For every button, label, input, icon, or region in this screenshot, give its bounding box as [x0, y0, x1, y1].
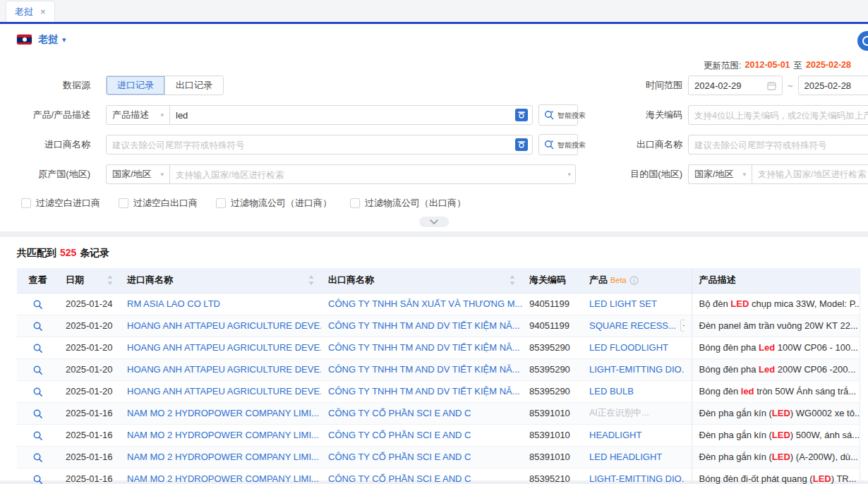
exporter-link[interactable]: CÔNG TY CỔ PHẦN SCI E AND C	[328, 408, 471, 418]
column-header-5: 产品Beta	[582, 268, 692, 293]
table-row: 2025-01-20HOANG ANH ATTAPEU AGRICULTURE …	[17, 358, 860, 380]
view-magnifier-icon[interactable]	[32, 365, 43, 375]
beta-badge: Beta	[610, 276, 627, 284]
product-link[interactable]: HEADLIGHT	[589, 430, 641, 440]
view-magnifier-icon[interactable]	[32, 409, 43, 419]
column-label: 出口商名称	[328, 274, 374, 286]
date-to-input[interactable]: 2025-02-28	[798, 75, 868, 95]
tab-close-icon[interactable]: ×	[40, 7, 46, 16]
exporter-link[interactable]: CÔNG TY CỔ PHẦN SCI E AND C	[328, 452, 471, 462]
cell-hs-code: 85391010	[522, 424, 582, 446]
column-header-0: 查看	[17, 268, 59, 293]
product-more-badge[interactable]: + 1	[680, 320, 685, 332]
origin-country-select[interactable]: 国家/地区 ▾	[107, 165, 170, 183]
destination-country-select[interactable]: 国家/地区 ▾	[688, 164, 752, 184]
column-header-3[interactable]: 出口商名称	[321, 268, 522, 293]
tab-bar: 老挝 ×	[0, 0, 868, 24]
exporter-link[interactable]: CÔNG TY TNHH TM AND DV TIẾT KIỆM NĂ...	[328, 364, 520, 375]
importer-link[interactable]: NAM MO 2 HYDROPOWER COMPANY LIMI...	[127, 452, 319, 462]
exporter-link[interactable]: CÔNG TY TNHH TM AND DV TIẾT KIỆM NĂ...	[328, 342, 520, 353]
product-link[interactable]: SQUARE RECESS...	[589, 320, 676, 331]
exporter-name-input[interactable]	[694, 140, 868, 150]
product-link[interactable]: LED HEADLIGHT	[589, 452, 662, 462]
product-link[interactable]: LED LIGHT SET	[589, 298, 657, 309]
checkbox-icon[interactable]	[119, 198, 128, 208]
table-body: 2025-01-24RM ASIA LAO CO LTDCÔNG TY TNHH…	[17, 293, 860, 484]
hs-code-input[interactable]	[694, 110, 868, 121]
importer-link[interactable]: HOANG ANH ATTAPEU AGRICULTURE DEVE...	[127, 342, 321, 353]
importer-name-input[interactable]	[112, 140, 511, 150]
column-label: 产品描述	[699, 274, 736, 286]
product-link[interactable]: LED FLOODLIGHT	[589, 342, 668, 353]
sort-icon[interactable]	[107, 275, 113, 285]
update-range: 更新范围: 2012-05-01 至 2025-02-28	[704, 60, 851, 72]
cell-date: 2025-01-20	[59, 337, 120, 358]
highlighted-keyword: LED	[772, 452, 790, 462]
collapse-filter-button[interactable]	[419, 217, 449, 227]
importer-link[interactable]: HOANG ANH ATTAPEU AGRICULTURE DEVE...	[127, 386, 321, 397]
table-row: 2025-01-20HOANG ANH ATTAPEU AGRICULTURE …	[17, 315, 860, 337]
column-header-6: 产品描述	[692, 268, 860, 293]
exporter-link[interactable]: CÔNG TY TNHH SẢN XUẤT VÀ THƯƠNG M...	[328, 298, 522, 309]
checkbox-filter-logistics-importer[interactable]: 过滤物流公司（进口商）	[216, 197, 332, 210]
tab-laos[interactable]: 老挝 ×	[6, 1, 55, 22]
checkbox-filter-logistics-exporter[interactable]: 过滤物流公司（出口商）	[350, 197, 466, 210]
smart-search-label: 智能搜索	[557, 141, 573, 149]
exporter-link[interactable]: CÔNG TY TNHH TM AND DV TIẾT KIỆM NĂ...	[328, 386, 520, 397]
product-search-input[interactable]	[176, 110, 511, 121]
highlighted-keyword: led	[741, 386, 754, 397]
image-search-icon[interactable]	[515, 109, 528, 121]
view-magnifier-icon[interactable]	[32, 452, 43, 463]
cell-product: LIGHT-EMITTING DIO...	[589, 473, 685, 484]
label-hs-code: 海关编码	[625, 109, 682, 121]
smart-search-button[interactable]: 智能搜索	[538, 104, 578, 126]
smart-search-button[interactable]: 智能搜索	[538, 134, 578, 155]
help-float-button[interactable]	[857, 31, 868, 51]
importer-link[interactable]: HOANG ANH ATTAPEU AGRICULTURE DEVE...	[127, 320, 321, 331]
importer-link[interactable]: NAM MO 2 HYDROPOWER COMPANY LIMI...	[127, 408, 319, 418]
product-link[interactable]: LIGHT-EMITTING DIO...	[589, 473, 685, 484]
tab-export-records[interactable]: 出口记录	[164, 76, 223, 95]
chevron-down-icon[interactable]: ▾	[62, 35, 66, 44]
product-type-select[interactable]: 产品描述 ▾	[107, 106, 170, 124]
exporter-link[interactable]: CÔNG TY CỔ PHẦN SCI E AND C	[328, 430, 471, 440]
checkbox-filter-empty-importer[interactable]: 过滤空白进口商	[21, 197, 100, 210]
product-link[interactable]: LED BULB	[589, 386, 634, 397]
sort-icon[interactable]	[308, 275, 314, 285]
column-header-1[interactable]: 日期	[59, 268, 120, 293]
chevron-down-icon: ▾	[742, 171, 746, 178]
checkbox-icon[interactable]	[350, 198, 360, 208]
image-search-icon[interactable]	[515, 138, 528, 151]
country-selector[interactable]: 老挝	[38, 33, 58, 46]
sort-icon[interactable]	[510, 275, 515, 285]
view-magnifier-icon[interactable]	[32, 343, 43, 353]
importer-link[interactable]: HOANG ANH ATTAPEU AGRICULTURE DEVE...	[127, 364, 321, 375]
checkbox-icon[interactable]	[21, 198, 31, 208]
view-magnifier-icon[interactable]	[32, 430, 43, 441]
view-magnifier-icon[interactable]	[32, 321, 43, 332]
date-from-input[interactable]: 2024-02-29	[688, 75, 783, 95]
highlighted-keyword: LED	[772, 408, 790, 418]
cell-hs-code: 85395210	[522, 468, 582, 484]
exporter-link[interactable]: CÔNG TY CỔ PHẦN SCI E AND C	[328, 473, 471, 484]
cell-description: Bóng đèn đi-ốt phát quang (LED) TR...	[692, 468, 860, 484]
calendar-icon	[767, 81, 776, 90]
tab-import-records[interactable]: 进口记录	[107, 76, 164, 95]
view-magnifier-icon[interactable]	[32, 474, 43, 484]
table-row: 2025-01-24RM ASIA LAO CO LTDCÔNG TY TNHH…	[17, 293, 860, 315]
importer-link[interactable]: NAM MO 2 HYDROPOWER COMPANY LIMI...	[127, 430, 319, 440]
checkbox-filter-empty-exporter[interactable]: 过滤空白出口商	[119, 197, 198, 210]
info-icon[interactable]	[629, 276, 639, 285]
exporter-link[interactable]: CÔNG TY TNHH TM AND DV TIẾT KIỆM NĂ...	[328, 320, 520, 331]
importer-link[interactable]: NAM MO 2 HYDROPOWER COMPANY LIMI...	[127, 473, 319, 484]
view-magnifier-icon[interactable]	[32, 299, 43, 310]
origin-country-input[interactable]	[176, 169, 563, 180]
importer-link[interactable]: RM ASIA LAO CO LTD	[127, 298, 220, 309]
view-magnifier-icon[interactable]	[32, 387, 43, 397]
table-row: 2025-01-20HOANG ANH ATTAPEU AGRICULTURE …	[17, 380, 860, 402]
checkbox-icon[interactable]	[216, 198, 226, 208]
column-header-2[interactable]: 进口商名称	[120, 268, 321, 293]
label-importer: 进口商名称	[0, 138, 90, 151]
destination-country-input[interactable]	[758, 169, 868, 179]
product-link[interactable]: LIGHT-EMITTING DIO...	[589, 364, 685, 375]
